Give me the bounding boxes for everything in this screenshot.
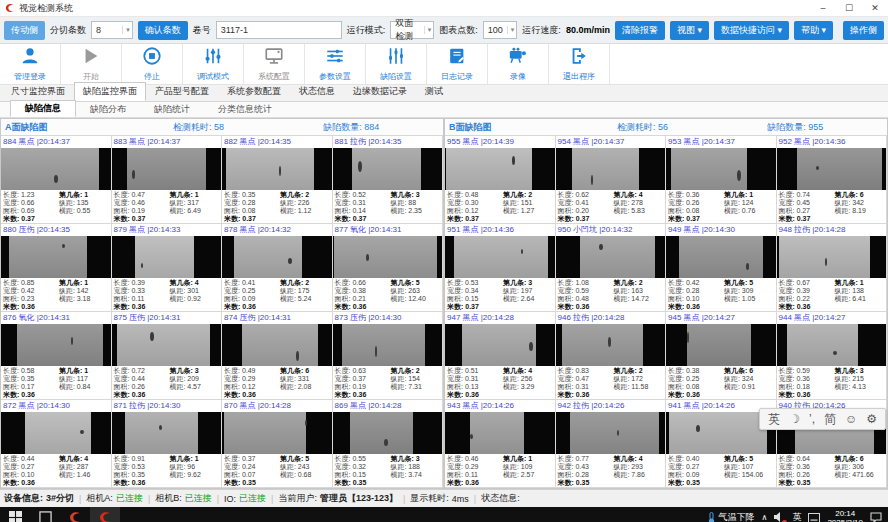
defect-properties: 长度: 0.48宽度: 0.30面积: 0.12米数: 0.37第几条: 2纵距… <box>445 190 555 223</box>
defect-cell[interactable]: 875 压伤 |20:14:31长度: 0.72宽度: 0.44面积: 0.26… <box>112 312 223 400</box>
task-view-button[interactable] <box>30 507 60 522</box>
ime-english-mode[interactable]: 英 <box>768 410 780 428</box>
property-line: 纵距: 107 <box>724 463 776 471</box>
tab-main-5[interactable]: 状态信息 <box>290 82 344 101</box>
data-quick-access-button[interactable]: 数据快捷访问 ▾ <box>714 21 789 40</box>
defect-cell[interactable]: 883 黑点 |20:14:37长度: 0.47宽度: 0.46面积: 0.19… <box>112 136 223 224</box>
help-menu-button[interactable]: 帮助 ▾ <box>794 21 833 40</box>
clock[interactable]: 20:14 2025/2/10 <box>827 509 863 522</box>
defect-cell[interactable]: 870 黑点 |20:14:28长度: 0.37宽度: 0.24面积: 0.07… <box>222 400 333 488</box>
ime-language-indicator[interactable]: 英 <box>792 511 801 522</box>
confirm-count-button[interactable]: 确认条数 <box>138 21 188 40</box>
defect-cell[interactable]: 878 黑点 |20:14:32长度: 0.41宽度: 0.25面积: 0.09… <box>222 224 333 312</box>
defect-cell[interactable]: 947 黑点 |20:14:28长度: 0.51宽度: 0.31面积: 0.13… <box>445 312 556 400</box>
weather-widget[interactable]: 气温下降 <box>707 511 755 522</box>
operator-side-button[interactable]: 操作侧 <box>843 21 884 40</box>
minimize-button[interactable]: – <box>810 1 836 16</box>
tab-sub-3[interactable]: 缺陷统计 <box>140 102 204 117</box>
ribbon-button-monitor[interactable]: 系统配置 <box>244 44 305 84</box>
ribbon-button-slidersV[interactable]: 缺陷设置 <box>366 44 427 84</box>
property-line: 宽度: 0.31 <box>335 199 391 207</box>
defect-panel-a: A面缺陷图检测耗时: 58缺陷数量: 884884 黑点 |20:14:37长度… <box>0 118 444 489</box>
tab-main-3[interactable]: 产品型号配置 <box>146 82 218 101</box>
defect-cell[interactable]: 871 拉伤 |20:14:30长度: 0.91宽度: 0.53面积: 0.35… <box>112 400 223 488</box>
property-line: 长度: 0.51 <box>447 367 503 375</box>
ribbon-button-exit[interactable]: 退出程序 <box>549 44 610 84</box>
ribbon-button-log[interactable]: 日志记录 <box>427 44 488 84</box>
property-line: 宽度: 0.34 <box>447 287 503 295</box>
slit-count-select[interactable]: 8 ▾ <box>91 21 133 39</box>
property-line: 横距: 2.57 <box>503 471 555 479</box>
tab-sub-1[interactable]: 缺陷信息 <box>10 100 76 117</box>
defect-cell[interactable]: 953 黑点 |20:14:37长度: 0.36宽度: 0.26面积: 0.08… <box>666 136 777 224</box>
defect-cell[interactable]: 943 黑点 |20:14:26长度: 0.46宽度: 0.29面积: 0.11… <box>445 400 556 488</box>
property-line: 横距: 2.64 <box>503 295 555 303</box>
view-menu-button[interactable]: 视图 ▾ <box>670 21 709 40</box>
defect-cell[interactable]: 874 压伤 |20:14:31长度: 0.49宽度: 0.29面积: 0.12… <box>222 312 333 400</box>
roll-number-input[interactable]: 3117-1 <box>216 21 342 39</box>
ribbon-button-camera[interactable]: 录像 <box>488 44 549 84</box>
defect-cell[interactable]: 945 黑点 |20:14:27长度: 0.38宽度: 0.25面积: 0.08… <box>666 312 777 400</box>
property-line: 面积: 0.08 <box>224 207 280 215</box>
tab-sub-2[interactable]: 缺陷分布 <box>76 102 140 117</box>
property-line: 第几条: 4 <box>613 455 665 463</box>
defect-cell[interactable]: 951 黑点 |20:14:36长度: 0.53宽度: 0.34面积: 0.15… <box>445 224 556 312</box>
ribbon-button-slidersH[interactable]: 参数设置 <box>305 44 366 84</box>
defect-cell[interactable]: 877 氧化 |20:14:31长度: 0.66宽度: 0.38面积: 0.21… <box>333 224 444 312</box>
defect-cell[interactable]: 942 拉伤 |20:14:26长度: 0.77宽度: 0.43面积: 0.28… <box>556 400 667 488</box>
app-taskbar-button-1[interactable] <box>60 507 90 522</box>
start-button[interactable] <box>0 507 30 522</box>
ribbon-button-stop[interactable]: 停止 <box>122 44 183 84</box>
defect-cell[interactable]: 880 压伤 |20:14:35长度: 0.85宽度: 0.42面积: 0.23… <box>1 224 112 312</box>
clear-alarm-button[interactable]: 清除报警 <box>615 21 665 40</box>
tray-expand-chevron[interactable]: ∧ <box>762 513 768 522</box>
ime-emoji-icon[interactable]: ☺ <box>845 410 857 428</box>
sub-tab-bar: 缺陷信息缺陷分布缺陷统计分类信息统计 <box>0 102 888 118</box>
tab-main-4[interactable]: 系统参数配置 <box>218 82 290 101</box>
app-taskbar-button-2-active[interactable] <box>90 507 120 522</box>
property-line: 长度: 0.41 <box>224 279 280 287</box>
property-line: 宽度: 0.25 <box>224 287 280 295</box>
drive-side-button[interactable]: 传动侧 <box>4 21 45 40</box>
ime-simplified-mode[interactable]: 简 <box>824 410 836 428</box>
defect-properties: 长度: 0.72宽度: 0.44面积: 0.26米数: 0.36第几条: 3纵距… <box>112 366 222 399</box>
defect-cell[interactable]: 869 黑点 |20:14:28长度: 0.55宽度: 0.32面积: 0.15… <box>333 400 444 488</box>
property-line: 横距: 5.83 <box>613 207 665 215</box>
defect-cell[interactable]: 952 黑点 |20:14:36长度: 0.74宽度: 0.45面积: 0.27… <box>777 136 888 224</box>
defect-image <box>445 236 555 278</box>
defect-cell[interactable]: 955 黑点 |20:14:39长度: 0.48宽度: 0.30面积: 0.12… <box>445 136 556 224</box>
tab-main-6[interactable]: 边缘数据记录 <box>344 82 416 101</box>
defect-cell[interactable]: 873 压伤 |20:14:30长度: 0.63宽度: 0.37面积: 0.19… <box>333 312 444 400</box>
run-mode-select[interactable]: 双面检测 ▾ <box>390 21 434 39</box>
defect-cell[interactable]: 876 氧化 |20:14:31长度: 0.58宽度: 0.35面积: 0.17… <box>1 312 112 400</box>
tab-main-7[interactable]: 测试 <box>416 82 452 101</box>
chart-points-select[interactable]: 100 ▾ <box>483 21 518 39</box>
maximize-button[interactable]: ☐ <box>836 1 862 16</box>
defect-cell[interactable]: 946 拉伤 |20:14:28长度: 0.83宽度: 0.47面积: 0.31… <box>556 312 667 400</box>
defect-cell[interactable]: 949 黑点 |20:14:30长度: 0.42宽度: 0.28面积: 0.10… <box>666 224 777 312</box>
ime-moon-icon[interactable]: ☽ <box>789 410 800 428</box>
volume-button[interactable] <box>774 512 785 522</box>
defect-cell[interactable]: 948 拉伤 |20:14:28长度: 0.67宽度: 0.39面积: 0.22… <box>777 224 888 312</box>
ribbon-button-user[interactable]: 管理登录 <box>0 44 61 84</box>
defect-cell[interactable]: 881 拉伤 |20:14:35长度: 0.52宽度: 0.31面积: 0.14… <box>333 136 444 224</box>
defect-cell[interactable]: 884 黑点 |20:14:37长度: 1.23宽度: 0.66面积: 0.69… <box>1 136 112 224</box>
keyboard-icon[interactable] <box>808 513 820 522</box>
defect-cell[interactable]: 954 黑点 |20:14:37长度: 0.62宽度: 0.41面积: 0.20… <box>556 136 667 224</box>
defect-cell[interactable]: 879 黑点 |20:14:33长度: 0.39宽度: 0.33面积: 0.11… <box>112 224 223 312</box>
defect-cell[interactable]: 872 黑点 |20:14:30长度: 0.44宽度: 0.27面积: 0.10… <box>1 400 112 488</box>
tab-main-1[interactable]: 尺寸监控界面 <box>2 82 74 101</box>
tab-main-2[interactable]: 缺陷监控界面 <box>74 82 146 101</box>
ime-settings-gear-icon[interactable]: ⚙ <box>866 410 877 428</box>
ribbon-button-play[interactable]: 开始 <box>61 44 122 84</box>
notification-center-icon[interactable] <box>870 512 882 522</box>
defect-cell[interactable]: 882 黑点 |20:14:35长度: 0.35宽度: 0.28面积: 0.08… <box>222 136 333 224</box>
tab-sub-4[interactable]: 分类信息统计 <box>204 102 286 117</box>
defect-cell[interactable]: 950 小凹坑 |20:14:32长度: 1.08宽度: 0.59面积: 0.4… <box>556 224 667 312</box>
ime-punctuation[interactable]: ’, <box>809 410 815 428</box>
close-button[interactable]: ✕ <box>862 1 888 16</box>
ribbon-button-tune[interactable]: 调试模式 <box>183 44 244 84</box>
defect-cell[interactable]: 944 黑点 |20:14:27长度: 0.59宽度: 0.36面积: 0.18… <box>777 312 888 400</box>
property-line: 纵距: 142 <box>59 287 111 295</box>
defect-image <box>556 148 666 190</box>
